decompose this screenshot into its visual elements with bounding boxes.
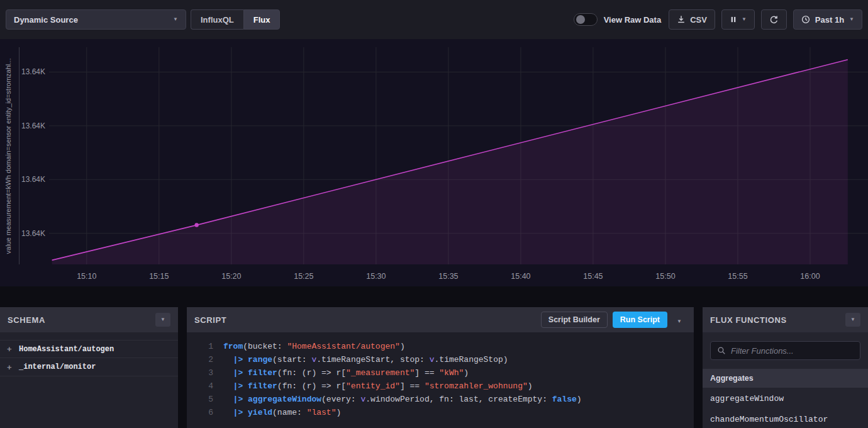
expand-icon[interactable]: + [7,344,13,354]
graph-panel[interactable]: 13.64K13.64K13.64K13.64K15:1015:1515:201… [0,39,868,286]
bottom-panels: SCHEMA ▼ +HomeAssistant/autogen+_interna… [0,307,868,428]
x-tick-label: 15:25 [294,272,313,281]
influxql-button[interactable]: InfluxQL [191,9,243,30]
run-script-options-button[interactable]: ▼ [672,312,686,328]
filter-functions-container [703,332,868,366]
source-dropdown[interactable]: Dynamic Source ▼ [6,9,186,30]
toggle-knob [576,15,585,24]
x-tick-label: 16:00 [800,272,820,281]
chronograf-data-explorer: Dynamic Source ▼ InfluxQL Flux View Raw … [0,0,868,428]
x-tick-label: 15:40 [511,272,530,281]
code-line[interactable]: 4 |> filter(fn: (r) => r["entity_id"] ==… [187,380,694,393]
script-panel: SCRIPT Script Builder Run Script ▼ 1from… [187,307,694,428]
pause-button[interactable]: ▼ [721,9,755,30]
schema-tree-item[interactable]: +HomeAssistant/autogen [0,340,178,358]
flux-functions-collapse-button[interactable]: ▼ [845,313,860,327]
filter-functions-input[interactable] [731,346,854,356]
time-range-label: Past 1h [815,15,844,25]
chevron-down-icon: ▼ [173,17,178,22]
chevron-down-icon: ▼ [850,317,855,322]
function-category-header: Aggregates [703,369,868,388]
data-point-marker [194,223,198,227]
schema-panel: SCHEMA ▼ +HomeAssistant/autogen+_interna… [0,307,178,428]
script-panel-title: SCRIPT [194,315,226,325]
csv-button[interactable]: CSV [669,9,715,30]
schema-tree: +HomeAssistant/autogen+_internal/monitor [0,332,178,428]
schema-item-label: HomeAssistant/autogen [19,345,114,354]
run-script-button[interactable]: Run Script [613,312,667,328]
download-icon [677,15,686,24]
time-range-dropdown[interactable]: Past 1h ▼ [793,9,862,30]
panel-resize-handle[interactable] [694,307,703,428]
source-dropdown-label: Dynamic Source [14,15,78,25]
line-number: 6 [187,406,223,419]
chevron-down-icon: ▼ [849,17,854,22]
x-tick-label: 15:15 [149,272,169,281]
x-tick-label: 15:30 [366,272,386,281]
flux-function-item[interactable]: chandeMomentumOscillator [703,408,868,428]
line-number: 1 [187,340,223,353]
flux-code-editor[interactable]: 1from(bucket: "HomeAssistant/autogen")2 … [187,332,694,428]
schema-panel-header: SCHEMA ▼ [0,307,178,332]
view-raw-data-toggle[interactable] [574,13,598,26]
code-line[interactable]: 3 |> filter(fn: (r) => r["_measurement"]… [187,366,694,380]
refresh-icon [769,15,779,25]
y-tick-label: 13.64K [21,175,45,184]
code-text: |> yield(name: "last") [223,406,341,419]
panel-resize-handle[interactable] [178,307,187,428]
y-axis-title: value measurement=kWh domain=sensor enti… [4,59,12,254]
script-panel-header: SCRIPT Script Builder Run Script ▼ [187,307,694,332]
filter-functions-box [710,341,860,360]
flux-button[interactable]: Flux [243,9,281,30]
x-tick-label: 15:50 [655,272,675,281]
x-tick-label: 15:10 [77,272,96,281]
line-number: 2 [187,353,223,366]
line-number: 4 [187,380,223,393]
expand-icon[interactable]: + [7,363,13,372]
query-language-toggle: InfluxQL Flux [191,9,280,30]
toolbar-left: Dynamic Source ▼ InfluxQL Flux [6,9,280,30]
view-raw-data-label: View Raw Data [604,15,662,25]
search-icon [717,346,726,355]
x-tick-label: 15:20 [221,272,241,281]
chevron-down-icon: ▼ [160,317,165,322]
code-line[interactable]: 1from(bucket: "HomeAssistant/autogen") [187,340,694,353]
y-tick-label: 13.64K [21,121,45,130]
flux-functions-panel: FLUX FUNCTIONS ▼ Aggregates aggregateWin… [703,307,868,428]
code-text: |> range(start: v.timeRangeStart, stop: … [223,353,508,366]
chevron-down-icon: ▼ [677,318,682,324]
code-line[interactable]: 5 |> aggregateWindow(every: v.windowPeri… [187,393,694,406]
pause-icon [730,16,737,23]
y-tick-label: 13.64K [21,229,45,238]
schema-tree-item[interactable]: +_internal/monitor [0,358,178,376]
toolbar-right: View Raw Data CSV ▼ Past 1h ▼ [574,9,862,30]
code-text: from(bucket: "HomeAssistant/autogen") [223,340,405,353]
chevron-down-icon: ▼ [742,17,747,22]
code-line[interactable]: 2 |> range(start: v.timeRangeStart, stop… [187,353,694,366]
schema-item-label: _internal/monitor [19,363,96,371]
function-list: aggregateWindowchandeMomentumOscillator [703,388,868,428]
x-tick-label: 15:35 [438,272,458,281]
code-text: |> aggregateWindow(every: v.windowPeriod… [223,393,582,406]
code-text: |> filter(fn: (r) => r["entity_id"] == "… [223,380,533,393]
schema-collapse-button[interactable]: ▼ [155,313,170,327]
line-chart[interactable]: 13.64K13.64K13.64K13.64K15:1015:1515:201… [0,39,868,286]
flux-functions-header: FLUX FUNCTIONS ▼ [703,307,868,332]
clock-icon [801,15,810,24]
script-actions: Script Builder Run Script ▼ [541,312,686,328]
code-line[interactable]: 6 |> yield(name: "last") [187,406,694,419]
line-number: 3 [187,366,223,380]
y-tick-label: 13.64K [21,67,45,76]
horizontal-resize-handle[interactable] [0,286,868,307]
script-builder-button[interactable]: Script Builder [541,312,608,328]
flux-function-item[interactable]: aggregateWindow [703,388,868,408]
csv-label: CSV [690,15,707,25]
x-tick-label: 15:45 [583,272,603,281]
flux-functions-title: FLUX FUNCTIONS [710,315,787,325]
refresh-button[interactable] [761,9,787,30]
schema-panel-title: SCHEMA [8,315,45,325]
x-tick-label: 15:55 [728,272,747,281]
line-number: 5 [187,393,223,406]
top-toolbar: Dynamic Source ▼ InfluxQL Flux View Raw … [0,0,868,39]
code-text: |> filter(fn: (r) => r["_measurement"] =… [223,366,469,380]
